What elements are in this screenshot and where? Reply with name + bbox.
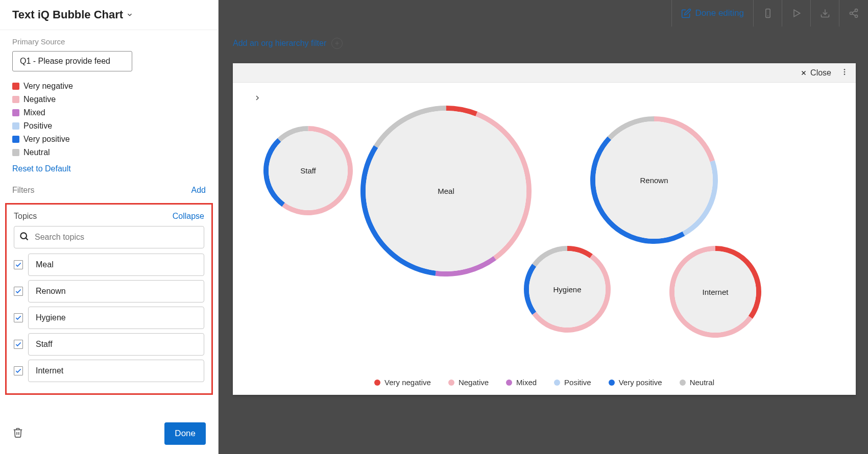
- add-filter-link[interactable]: Add: [191, 186, 206, 195]
- svg-point-15: [844, 73, 846, 75]
- topic-checkbox[interactable]: [14, 340, 23, 349]
- primary-source-label: Primary Source: [0, 30, 218, 49]
- legend-item[interactable]: Positive: [12, 119, 206, 133]
- legend-swatch: [12, 149, 19, 156]
- legend-swatch: [12, 96, 19, 103]
- done-editing-label: Done editing: [695, 8, 744, 18]
- reset-to-default-link[interactable]: Reset to Default: [0, 159, 218, 173]
- legend-label: Very negative: [384, 378, 431, 387]
- widget-menu-icon[interactable]: [840, 68, 849, 78]
- delete-widget-button[interactable]: [12, 427, 23, 440]
- topic-checkbox[interactable]: [14, 313, 23, 322]
- bubble-internet[interactable]: Internet: [669, 246, 761, 338]
- chart-legend-item: Positive: [554, 378, 591, 387]
- svg-rect-2: [765, 9, 769, 18]
- topic-checkbox[interactable]: [14, 366, 23, 375]
- legend-label: Positive: [564, 378, 591, 387]
- close-widget-button[interactable]: Close: [800, 68, 831, 78]
- svg-point-6: [855, 9, 858, 12]
- legend-label: Very positive: [23, 135, 70, 144]
- topic-value[interactable]: Renown: [28, 280, 204, 302]
- svg-point-7: [850, 12, 853, 15]
- top-toolbar: Done editing: [219, 0, 868, 27]
- sidebar-header: Text iQ Bubble Chart: [0, 0, 218, 30]
- legend-label: Mixed: [23, 108, 45, 117]
- done-button[interactable]: Done: [164, 422, 206, 445]
- chart-legend-item: Mixed: [506, 378, 537, 387]
- legend-item[interactable]: Very negative: [12, 80, 206, 93]
- legend-label: Very negative: [23, 82, 73, 91]
- topics-label: Topics: [14, 212, 37, 221]
- svg-point-13: [844, 69, 846, 70]
- bubble-staff[interactable]: Staff: [263, 126, 353, 215]
- done-editing-button[interactable]: Done editing: [671, 0, 754, 27]
- sentiment-legend: Very negativeNegativeMixedPositiveVery p…: [0, 80, 218, 159]
- bubble-label: Internet: [703, 288, 729, 296]
- legend-swatch: [12, 109, 19, 116]
- topic-value[interactable]: Staff: [28, 333, 204, 356]
- filters-label: Filters: [12, 186, 35, 195]
- config-sidebar: Text iQ Bubble Chart Primary Source Q1 -…: [0, 0, 219, 454]
- chevron-right-icon[interactable]: [253, 94, 261, 104]
- topic-row: Internet: [14, 360, 204, 382]
- mobile-preview-icon[interactable]: [754, 0, 782, 27]
- legend-swatch: [554, 380, 560, 386]
- topics-section-highlight: Topics Collapse Meal Renown Hygiene Staf…: [5, 203, 213, 395]
- legend-swatch: [12, 83, 19, 90]
- topic-value[interactable]: Internet: [28, 360, 204, 382]
- legend-label: Negative: [459, 378, 489, 387]
- bubble-hygiene[interactable]: Hygiene: [524, 246, 611, 333]
- legend-item[interactable]: Neutral: [12, 146, 206, 159]
- primary-source-select[interactable]: Q1 - Please provide feed: [12, 51, 132, 71]
- svg-point-8: [855, 15, 858, 17]
- svg-point-14: [844, 71, 846, 72]
- legend-label: Negative: [23, 95, 56, 104]
- bubble-label: Staff: [300, 166, 316, 175]
- bubble-renown[interactable]: Renown: [590, 116, 718, 244]
- hierarchy-label: Add an org hierarchy filter: [233, 39, 326, 48]
- legend-label: Very positive: [619, 378, 662, 387]
- play-icon[interactable]: [782, 0, 811, 27]
- svg-line-9: [852, 14, 855, 15]
- legend-swatch: [448, 380, 454, 386]
- topics-search-input[interactable]: [14, 226, 204, 248]
- legend-label: Positive: [23, 121, 52, 131]
- legend-swatch: [506, 380, 512, 386]
- svg-point-0: [20, 233, 27, 239]
- bubble-label: Renown: [640, 176, 668, 185]
- topic-row: Renown: [14, 280, 204, 302]
- legend-item[interactable]: Mixed: [12, 106, 206, 119]
- chart-legend-item: Very negative: [374, 378, 431, 387]
- add-hierarchy-filter[interactable]: Add an org hierarchy filter +: [233, 38, 343, 49]
- chevron-down-icon[interactable]: [126, 11, 133, 18]
- topic-row: Hygiene: [14, 307, 204, 329]
- topic-checkbox[interactable]: [14, 287, 23, 296]
- widget-title: Text iQ Bubble Chart: [12, 8, 123, 21]
- search-icon: [19, 231, 29, 243]
- bubble-meal[interactable]: Meal: [360, 106, 532, 276]
- legend-item[interactable]: Very positive: [12, 133, 206, 146]
- download-icon[interactable]: [811, 0, 839, 27]
- chart-legend: Very negativeNegativeMixedPositiveVery p…: [233, 378, 856, 387]
- chart-legend-item: Neutral: [680, 378, 714, 387]
- legend-label: Mixed: [516, 378, 537, 387]
- legend-label: Neutral: [23, 148, 50, 157]
- topic-value[interactable]: Meal: [28, 254, 204, 276]
- svg-line-1: [26, 238, 28, 240]
- legend-swatch: [609, 380, 615, 386]
- topic-value[interactable]: Hygiene: [28, 307, 204, 329]
- share-icon[interactable]: [839, 0, 868, 27]
- legend-swatch: [12, 136, 19, 143]
- legend-swatch: [374, 380, 380, 386]
- svg-line-10: [852, 11, 855, 12]
- legend-swatch: [12, 122, 19, 130]
- chart-legend-item: Very positive: [609, 378, 662, 387]
- topic-checkbox[interactable]: [14, 260, 23, 269]
- chart-body: MealRenownStaffHygieneInternet Very nega…: [233, 83, 856, 395]
- plus-circle-icon: +: [331, 38, 343, 49]
- legend-swatch: [680, 380, 686, 386]
- bubble-label: Meal: [438, 187, 454, 195]
- collapse-link[interactable]: Collapse: [173, 212, 204, 221]
- widget-header: Close: [233, 63, 856, 83]
- legend-item[interactable]: Negative: [12, 93, 206, 106]
